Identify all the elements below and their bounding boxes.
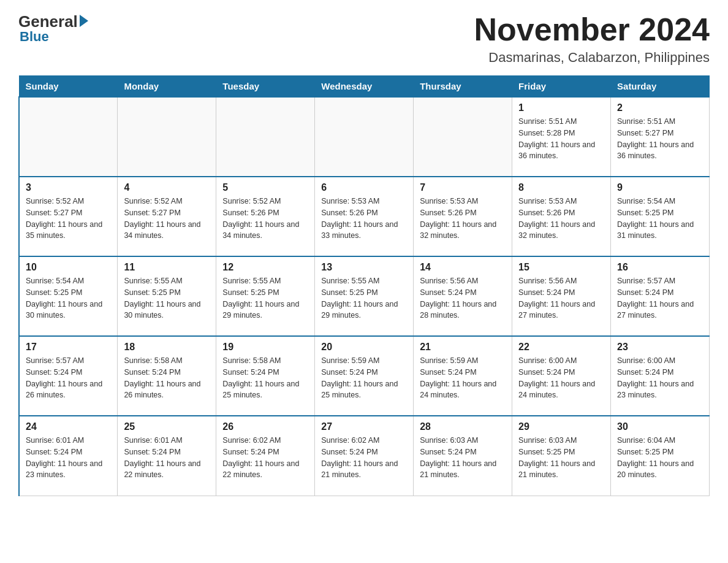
calendar-cell: 17Sunrise: 5:57 AM Sunset: 5:24 PM Dayli… xyxy=(19,336,118,416)
day-info: Sunrise: 5:55 AM Sunset: 5:25 PM Dayligh… xyxy=(222,275,308,321)
calendar-cell: 7Sunrise: 5:53 AM Sunset: 5:26 PM Daylig… xyxy=(414,177,512,256)
calendar-cell: 20Sunrise: 5:59 AM Sunset: 5:24 PM Dayli… xyxy=(315,336,414,416)
calendar-cell xyxy=(19,97,118,177)
day-info: Sunrise: 6:01 AM Sunset: 5:24 PM Dayligh… xyxy=(124,435,210,481)
calendar-cell xyxy=(315,97,414,177)
calendar-cell: 3Sunrise: 5:52 AM Sunset: 5:27 PM Daylig… xyxy=(19,177,118,256)
day-info: Sunrise: 6:03 AM Sunset: 5:24 PM Dayligh… xyxy=(420,435,506,481)
day-info: Sunrise: 5:57 AM Sunset: 5:24 PM Dayligh… xyxy=(26,355,111,401)
day-info: Sunrise: 5:53 AM Sunset: 5:26 PM Dayligh… xyxy=(518,196,604,242)
day-info: Sunrise: 5:54 AM Sunset: 5:25 PM Dayligh… xyxy=(26,275,111,321)
day-number: 23 xyxy=(617,342,703,353)
day-number: 10 xyxy=(26,262,111,273)
day-number: 24 xyxy=(26,421,111,432)
calendar-cell: 26Sunrise: 6:02 AM Sunset: 5:24 PM Dayli… xyxy=(216,416,315,496)
calendar-cell: 1Sunrise: 5:51 AM Sunset: 5:28 PM Daylig… xyxy=(512,97,611,177)
day-info: Sunrise: 5:57 AM Sunset: 5:24 PM Dayligh… xyxy=(617,275,703,321)
calendar-table: SundayMondayTuesdayWednesdayThursdayFrid… xyxy=(18,75,710,496)
calendar-cell: 13Sunrise: 5:55 AM Sunset: 5:25 PM Dayli… xyxy=(315,256,414,336)
calendar-cell: 8Sunrise: 5:53 AM Sunset: 5:26 PM Daylig… xyxy=(512,177,611,256)
page-header: General Blue November 2024 Dasmarinas, C… xyxy=(18,12,710,66)
calendar-cell: 9Sunrise: 5:54 AM Sunset: 5:25 PM Daylig… xyxy=(611,177,710,256)
calendar-cell xyxy=(118,97,216,177)
day-number: 3 xyxy=(26,182,111,193)
day-info: Sunrise: 5:58 AM Sunset: 5:24 PM Dayligh… xyxy=(124,355,210,401)
calendar-cell: 5Sunrise: 5:52 AM Sunset: 5:26 PM Daylig… xyxy=(216,177,315,256)
calendar-cell: 2Sunrise: 5:51 AM Sunset: 5:27 PM Daylig… xyxy=(611,97,710,177)
day-info: Sunrise: 5:53 AM Sunset: 5:26 PM Dayligh… xyxy=(420,196,506,242)
logo-blue: Blue xyxy=(20,29,49,45)
day-number: 20 xyxy=(321,342,407,353)
calendar-cell: 21Sunrise: 5:59 AM Sunset: 5:24 PM Dayli… xyxy=(414,336,512,416)
calendar-cell xyxy=(414,97,512,177)
day-info: Sunrise: 5:59 AM Sunset: 5:24 PM Dayligh… xyxy=(420,355,506,401)
day-info: Sunrise: 6:04 AM Sunset: 5:25 PM Dayligh… xyxy=(617,435,703,481)
calendar-week-row: 24Sunrise: 6:01 AM Sunset: 5:24 PM Dayli… xyxy=(19,416,710,496)
day-info: Sunrise: 6:01 AM Sunset: 5:24 PM Dayligh… xyxy=(26,435,111,481)
day-number: 14 xyxy=(420,262,506,273)
day-number: 5 xyxy=(222,182,308,193)
calendar-cell: 18Sunrise: 5:58 AM Sunset: 5:24 PM Dayli… xyxy=(118,336,216,416)
day-number: 21 xyxy=(420,342,506,353)
day-info: Sunrise: 5:53 AM Sunset: 5:26 PM Dayligh… xyxy=(321,196,407,242)
day-number: 30 xyxy=(617,421,703,432)
day-info: Sunrise: 5:59 AM Sunset: 5:24 PM Dayligh… xyxy=(321,355,407,401)
title-block: November 2024 Dasmarinas, Calabarzon, Ph… xyxy=(474,12,710,66)
calendar-cell: 28Sunrise: 6:03 AM Sunset: 5:24 PM Dayli… xyxy=(414,416,512,496)
day-number: 27 xyxy=(321,421,407,432)
calendar-cell: 27Sunrise: 6:02 AM Sunset: 5:24 PM Dayli… xyxy=(315,416,414,496)
day-info: Sunrise: 5:58 AM Sunset: 5:24 PM Dayligh… xyxy=(222,355,308,401)
day-of-week-header: Monday xyxy=(118,76,216,98)
day-number: 17 xyxy=(26,342,111,353)
calendar-cell: 6Sunrise: 5:53 AM Sunset: 5:26 PM Daylig… xyxy=(315,177,414,256)
day-number: 11 xyxy=(124,262,210,273)
day-info: Sunrise: 5:54 AM Sunset: 5:25 PM Dayligh… xyxy=(617,196,703,242)
day-info: Sunrise: 6:00 AM Sunset: 5:24 PM Dayligh… xyxy=(518,355,604,401)
day-number: 2 xyxy=(617,102,703,113)
day-info: Sunrise: 5:55 AM Sunset: 5:25 PM Dayligh… xyxy=(124,275,210,321)
logo: General Blue xyxy=(18,12,88,45)
day-number: 13 xyxy=(321,262,407,273)
day-number: 26 xyxy=(222,421,308,432)
day-info: Sunrise: 5:56 AM Sunset: 5:24 PM Dayligh… xyxy=(420,275,506,321)
day-info: Sunrise: 5:51 AM Sunset: 5:28 PM Dayligh… xyxy=(518,116,604,162)
calendar-cell: 14Sunrise: 5:56 AM Sunset: 5:24 PM Dayli… xyxy=(414,256,512,336)
day-number: 7 xyxy=(420,182,506,193)
calendar-cell: 30Sunrise: 6:04 AM Sunset: 5:25 PM Dayli… xyxy=(611,416,710,496)
day-number: 25 xyxy=(124,421,210,432)
day-info: Sunrise: 6:02 AM Sunset: 5:24 PM Dayligh… xyxy=(222,435,308,481)
calendar-week-row: 3Sunrise: 5:52 AM Sunset: 5:27 PM Daylig… xyxy=(19,177,710,256)
calendar-cell: 11Sunrise: 5:55 AM Sunset: 5:25 PM Dayli… xyxy=(118,256,216,336)
calendar-cell: 22Sunrise: 6:00 AM Sunset: 5:24 PM Dayli… xyxy=(512,336,611,416)
day-number: 28 xyxy=(420,421,506,432)
day-number: 19 xyxy=(222,342,308,353)
calendar-cell: 29Sunrise: 6:03 AM Sunset: 5:25 PM Dayli… xyxy=(512,416,611,496)
day-info: Sunrise: 5:52 AM Sunset: 5:27 PM Dayligh… xyxy=(124,196,210,242)
calendar-header-row: SundayMondayTuesdayWednesdayThursdayFrid… xyxy=(19,76,710,98)
day-info: Sunrise: 5:52 AM Sunset: 5:27 PM Dayligh… xyxy=(26,196,111,242)
day-of-week-header: Wednesday xyxy=(315,76,414,98)
location: Dasmarinas, Calabarzon, Philippines xyxy=(474,50,710,66)
day-of-week-header: Friday xyxy=(512,76,611,98)
day-number: 16 xyxy=(617,262,703,273)
calendar-cell: 10Sunrise: 5:54 AM Sunset: 5:25 PM Dayli… xyxy=(19,256,118,336)
calendar-cell: 23Sunrise: 6:00 AM Sunset: 5:24 PM Dayli… xyxy=(611,336,710,416)
logo-arrow-icon xyxy=(80,15,88,27)
day-number: 9 xyxy=(617,182,703,193)
day-number: 22 xyxy=(518,342,604,353)
calendar-week-row: 17Sunrise: 5:57 AM Sunset: 5:24 PM Dayli… xyxy=(19,336,710,416)
calendar-cell: 16Sunrise: 5:57 AM Sunset: 5:24 PM Dayli… xyxy=(611,256,710,336)
day-number: 12 xyxy=(222,262,308,273)
calendar-cell: 15Sunrise: 5:56 AM Sunset: 5:24 PM Dayli… xyxy=(512,256,611,336)
day-number: 4 xyxy=(124,182,210,193)
day-number: 8 xyxy=(518,182,604,193)
day-of-week-header: Tuesday xyxy=(216,76,315,98)
day-number: 29 xyxy=(518,421,604,432)
day-number: 15 xyxy=(518,262,604,273)
day-info: Sunrise: 6:02 AM Sunset: 5:24 PM Dayligh… xyxy=(321,435,407,481)
day-number: 6 xyxy=(321,182,407,193)
day-of-week-header: Thursday xyxy=(414,76,512,98)
month-title: November 2024 xyxy=(474,12,710,47)
calendar-cell: 12Sunrise: 5:55 AM Sunset: 5:25 PM Dayli… xyxy=(216,256,315,336)
day-info: Sunrise: 6:00 AM Sunset: 5:24 PM Dayligh… xyxy=(617,355,703,401)
